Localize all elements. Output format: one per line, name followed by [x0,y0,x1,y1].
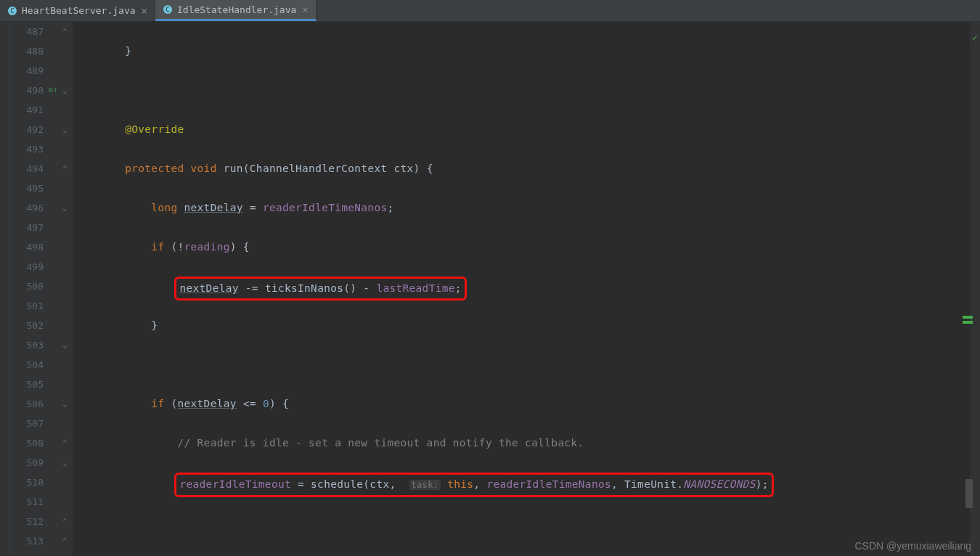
line-number: 514 [10,551,44,556]
line-number: 499 [10,257,44,277]
analysis-ok-icon[interactable]: ✓ [972,32,978,43]
code-line: if (nextDelay <= 0) { [73,394,970,414]
tab-heartbeat[interactable]: C HeartBeatServer.java × [0,0,155,21]
code-line: long nextDelay = readerIdleTimeNanos; [73,198,970,218]
tab-label: IdleStateHandler.java [177,4,296,15]
code-line [73,81,970,100]
line-number-gutter: 487 488 489 490 491 492 493 494 495 496 … [10,22,49,556]
scrollbar-thumb[interactable] [965,479,973,508]
scroll-marker [963,316,973,319]
fold-up-icon[interactable]: ⌃ [62,517,70,524]
line-number: 497 [10,218,44,237]
line-number: 513 [10,531,44,551]
svg-text:C: C [10,7,14,15]
code-line: nextDelay -= ticksInNanos() - lastReadTi… [73,277,970,296]
code-line: protected void run(ChannelHandlerContext… [73,159,970,179]
line-number: 492 [10,120,44,139]
line-number: 498 [10,237,44,257]
code-line: @Override [73,120,970,139]
tab-label: HeartBeatServer.java [22,5,136,16]
fold-down-icon[interactable]: ⌄ [62,399,70,406]
fold-down-icon[interactable]: ⌄ [62,340,70,348]
line-number: 505 [10,375,44,394]
line-number: 491 [10,100,44,120]
code-line: if (!reading) { [73,237,970,257]
line-number: 508 [10,433,44,453]
line-number: 490 [10,81,44,100]
code-line [73,512,970,531]
code-line: boolean first = firstReaderIdleEvent; [73,551,970,556]
line-number: 500 [10,277,44,296]
left-gutter [0,22,10,556]
fold-down-icon[interactable]: ⌄ [62,458,70,465]
line-number: 512 [10,512,44,531]
code-line [73,355,970,375]
line-number: 503 [10,335,44,355]
editor: 487 488 489 490 491 492 493 494 495 496 … [0,22,980,556]
highlight-box: nextDelay -= ticksInNanos() - lastReadTi… [174,277,466,301]
close-icon[interactable]: × [302,4,308,15]
line-number: 506 [10,394,44,414]
fold-down-icon[interactable]: ⌄ [62,125,70,132]
icon-gutter: ⌃ o↑ ⌄ ⌄ ⌃ ⌄ ⌄ ⌄ ⌃ ⌄ ⌃ ⌃ [49,22,73,556]
fold-up-icon[interactable]: ⌃ [62,164,70,171]
line-number: 504 [10,355,44,375]
line-number: 488 [10,41,44,61]
line-number: 510 [10,473,44,492]
line-number: 507 [10,414,44,433]
line-number: 496 [10,198,44,218]
close-icon[interactable]: × [142,5,147,17]
file-icon: C [163,4,173,15]
code-area[interactable]: } @Override protected void run(ChannelHa… [73,22,970,556]
line-number: 502 [10,316,44,335]
fold-up-icon[interactable]: ⌃ [62,438,70,446]
tab-idlestate[interactable]: C IdleStateHandler.java × [155,0,317,21]
line-number: 501 [10,296,44,316]
line-number: 493 [10,139,44,159]
code-line: // Reader is idle - set a new timeout an… [73,433,970,453]
line-number: 509 [10,453,44,473]
file-icon: C [7,6,17,16]
line-number: 494 [10,159,44,179]
override-icon[interactable]: o↑ [49,86,59,96]
code-line: } [73,41,970,61]
fold-up-icon[interactable]: ⌃ [62,536,70,544]
code-line: } [73,316,970,335]
line-number: 489 [10,61,44,81]
svg-text:C: C [166,6,169,13]
scroll-marker [963,321,973,324]
highlight-box: readerIdleTimeout = schedule(ctx, task: … [174,473,773,497]
tab-bar: C HeartBeatServer.java × C IdleStateHand… [0,0,980,22]
fold-down-icon[interactable]: ⌄ [62,86,70,93]
line-number: 511 [10,492,44,512]
fold-down-icon[interactable]: ⌄ [62,203,70,210]
watermark: CSDN @yemuxiaweiliang [855,540,972,552]
fold-up-icon[interactable]: ⌃ [62,27,70,34]
code-line: readerIdleTimeout = schedule(ctx, task: … [73,473,970,492]
line-number: 487 [10,22,44,41]
line-number: 495 [10,179,44,198]
right-gutter: ✓ [970,22,980,556]
